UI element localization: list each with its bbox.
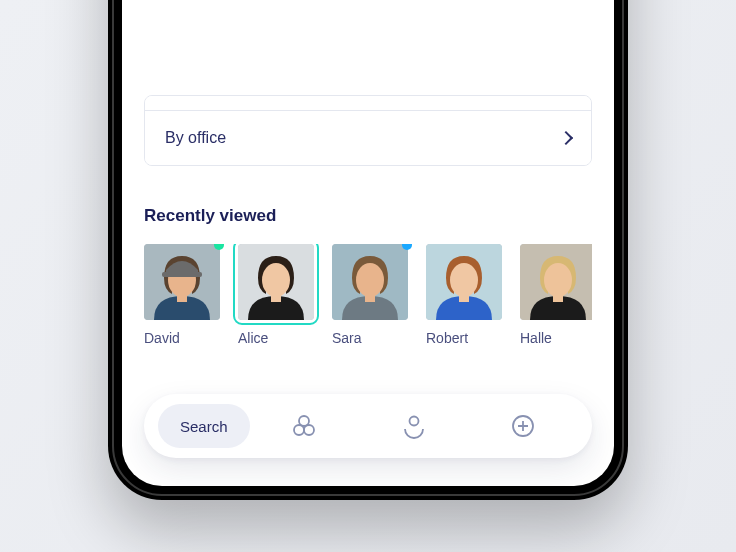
svg-point-14 (544, 263, 572, 297)
chevron-right-icon (559, 131, 573, 145)
avatar-image (144, 244, 220, 320)
person-name: David (144, 330, 220, 346)
person-card[interactable]: David (144, 244, 220, 346)
svg-point-19 (409, 417, 418, 426)
person-card[interactable]: Alice (238, 244, 314, 346)
person-card[interactable]: Robert (426, 244, 502, 346)
svg-rect-9 (365, 292, 375, 302)
svg-rect-6 (271, 292, 281, 302)
avatar-image (238, 244, 314, 320)
avatar (426, 244, 502, 320)
filter-by-office[interactable]: By office (145, 110, 591, 165)
avatar (238, 244, 314, 320)
svg-point-8 (356, 263, 384, 297)
person-name: Robert (426, 330, 502, 346)
avatar-image (520, 244, 592, 320)
svg-rect-15 (553, 292, 563, 302)
avatar (520, 244, 592, 320)
svg-rect-12 (459, 292, 469, 302)
tab-bar: Search (144, 394, 592, 458)
groups-icon (290, 412, 318, 440)
person-card[interactable]: Sara (332, 244, 408, 346)
section-title: Recently viewed (144, 206, 592, 226)
tab-search[interactable]: Search (158, 404, 250, 448)
avatar (332, 244, 408, 320)
phone-frame: By office Recently viewed David (108, 0, 628, 500)
tab-groups[interactable] (250, 404, 359, 448)
svg-point-17 (294, 425, 304, 435)
svg-point-11 (450, 263, 478, 297)
svg-point-5 (262, 263, 290, 297)
avatar (144, 244, 220, 320)
filter-row-prev (145, 96, 591, 110)
profile-icon (400, 412, 428, 440)
avatar-image (426, 244, 502, 320)
filter-card: By office (144, 95, 592, 166)
avatar-image (332, 244, 408, 320)
person-name: Alice (238, 330, 314, 346)
tab-add[interactable] (469, 404, 578, 448)
person-name: Sara (332, 330, 408, 346)
filter-label: By office (165, 129, 226, 147)
svg-rect-2 (177, 292, 187, 302)
tab-search-label: Search (180, 418, 228, 435)
status-dot-icon (214, 244, 224, 250)
plus-circle-icon (509, 412, 537, 440)
svg-point-18 (304, 425, 314, 435)
svg-rect-3 (162, 272, 202, 277)
person-card[interactable]: Halle (520, 244, 592, 346)
status-dot-icon (402, 244, 412, 250)
tab-profile[interactable] (359, 404, 468, 448)
person-name: Halle (520, 330, 592, 346)
recently-viewed-row[interactable]: David Alice Sara (144, 244, 592, 346)
screen: By office Recently viewed David (122, 0, 614, 486)
